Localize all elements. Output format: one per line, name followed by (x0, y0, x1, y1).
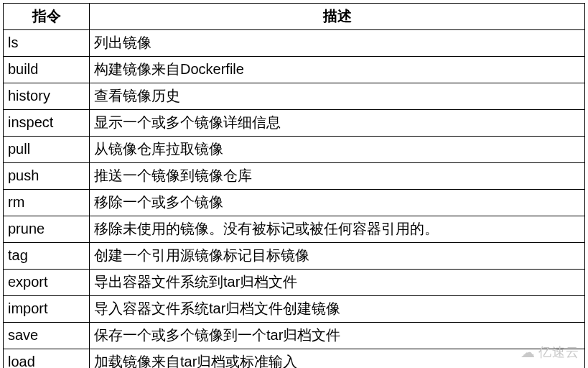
cell-description: 移除一个或多个镜像 (90, 190, 585, 216)
table-row: inspect 显示一个或多个镜像详细信息 (4, 110, 585, 137)
cell-description: 列出镜像 (90, 30, 585, 57)
cell-description: 导入容器文件系统tar归档文件创建镜像 (90, 296, 585, 323)
docker-image-commands-table: 指令 描述 ls 列出镜像 build 构建镜像来自Dockerfile his… (3, 3, 585, 368)
cell-command: build (4, 57, 90, 83)
cell-description: 推送一个镜像到镜像仓库 (90, 163, 585, 190)
cell-command: prune (4, 216, 90, 243)
watermark: ☁ 亿速云 (521, 344, 579, 361)
cell-command: tag (4, 243, 90, 270)
table-row: tag 创建一个引用源镜像标记目标镜像 (4, 243, 585, 270)
table-row: export 导出容器文件系统到tar归档文件 (4, 270, 585, 296)
table-row: save 保存一个或多个镜像到一个tar归档文件 (4, 323, 585, 349)
cloud-icon: ☁ (521, 345, 536, 359)
header-command: 指令 (4, 4, 90, 30)
cell-description: 导出容器文件系统到tar归档文件 (90, 270, 585, 296)
cell-command: push (4, 163, 90, 190)
cell-description: 加载镜像来自tar归档或标准输入 (90, 349, 585, 369)
table-row: history 查看镜像历史 (4, 83, 585, 110)
table-row: ls 列出镜像 (4, 30, 585, 57)
table-row: pull 从镜像仓库拉取镜像 (4, 137, 585, 163)
cell-description: 创建一个引用源镜像标记目标镜像 (90, 243, 585, 270)
cell-description: 查看镜像历史 (90, 83, 585, 110)
table-row: build 构建镜像来自Dockerfile (4, 57, 585, 83)
table-row: prune 移除未使用的镜像。没有被标记或被任何容器引用的。 (4, 216, 585, 243)
table-row: rm 移除一个或多个镜像 (4, 190, 585, 216)
cell-description: 构建镜像来自Dockerfile (90, 57, 585, 83)
cell-command: ls (4, 30, 90, 57)
cell-description: 移除未使用的镜像。没有被标记或被任何容器引用的。 (90, 216, 585, 243)
cell-command: import (4, 296, 90, 323)
cell-command: pull (4, 137, 90, 163)
table-row: push 推送一个镜像到镜像仓库 (4, 163, 585, 190)
cell-command: save (4, 323, 90, 349)
table-row: import 导入容器文件系统tar归档文件创建镜像 (4, 296, 585, 323)
cell-description: 从镜像仓库拉取镜像 (90, 137, 585, 163)
cell-command: export (4, 270, 90, 296)
cell-command: inspect (4, 110, 90, 137)
watermark-text: 亿速云 (538, 344, 579, 361)
header-description: 描述 (90, 4, 585, 30)
cell-command: history (4, 83, 90, 110)
cell-description: 保存一个或多个镜像到一个tar归档文件 (90, 323, 585, 349)
cell-description: 显示一个或多个镜像详细信息 (90, 110, 585, 137)
table-row: load 加载镜像来自tar归档或标准输入 (4, 349, 585, 369)
table-header-row: 指令 描述 (4, 4, 585, 30)
cell-command: rm (4, 190, 90, 216)
cell-command: load (4, 349, 90, 369)
